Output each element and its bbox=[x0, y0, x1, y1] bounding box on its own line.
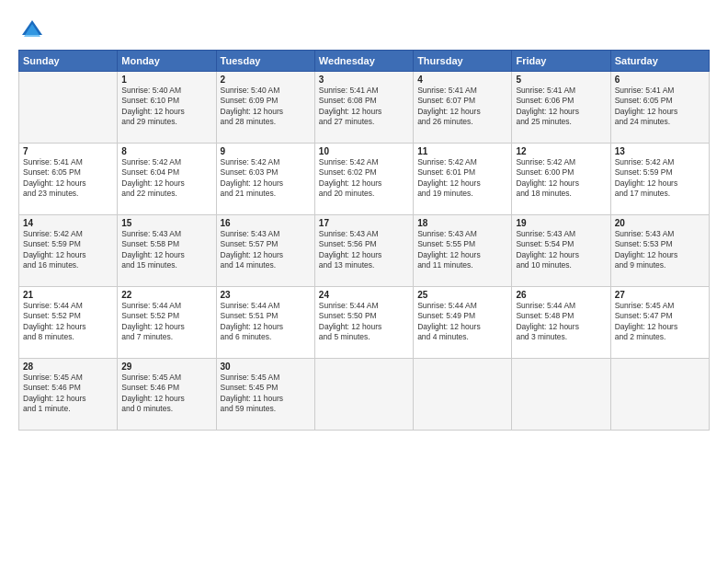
day-info: Sunrise: 5:42 AM Sunset: 5:59 PM Dayligh… bbox=[615, 157, 705, 200]
weekday-header-friday: Friday bbox=[512, 51, 610, 72]
calendar-cell: 14Sunrise: 5:42 AM Sunset: 5:59 PM Dayli… bbox=[19, 215, 118, 287]
calendar-cell bbox=[414, 359, 512, 431]
day-info: Sunrise: 5:44 AM Sunset: 5:52 PM Dayligh… bbox=[23, 301, 113, 343]
day-info: Sunrise: 5:43 AM Sunset: 5:55 PM Dayligh… bbox=[417, 229, 507, 271]
calendar-cell: 6Sunrise: 5:41 AM Sunset: 6:05 PM Daylig… bbox=[610, 72, 709, 144]
day-info: Sunrise: 5:41 AM Sunset: 6:06 PM Dayligh… bbox=[516, 86, 606, 128]
logo-icon bbox=[18, 17, 46, 44]
day-info: Sunrise: 5:44 AM Sunset: 5:48 PM Dayligh… bbox=[516, 301, 606, 343]
calendar-header: SundayMondayTuesdayWednesdayThursdayFrid… bbox=[19, 51, 710, 72]
day-info: Sunrise: 5:40 AM Sunset: 6:10 PM Dayligh… bbox=[121, 86, 211, 128]
day-number: 30 bbox=[221, 362, 311, 372]
day-number: 7 bbox=[23, 146, 113, 156]
calendar-cell: 15Sunrise: 5:43 AM Sunset: 5:58 PM Dayli… bbox=[118, 215, 216, 287]
calendar-cell: 8Sunrise: 5:42 AM Sunset: 6:04 PM Daylig… bbox=[118, 144, 216, 215]
day-number: 1 bbox=[121, 75, 211, 85]
week-row-1: 1Sunrise: 5:40 AM Sunset: 6:10 PM Daylig… bbox=[19, 72, 710, 144]
day-number: 19 bbox=[516, 218, 606, 228]
calendar-cell: 13Sunrise: 5:42 AM Sunset: 5:59 PM Dayli… bbox=[610, 144, 709, 215]
weekday-header-sunday: Sunday bbox=[19, 51, 118, 72]
day-info: Sunrise: 5:44 AM Sunset: 5:49 PM Dayligh… bbox=[417, 301, 507, 343]
calendar-cell: 29Sunrise: 5:45 AM Sunset: 5:46 PM Dayli… bbox=[118, 359, 216, 431]
day-info: Sunrise: 5:43 AM Sunset: 5:54 PM Dayligh… bbox=[516, 229, 606, 271]
calendar-cell: 20Sunrise: 5:43 AM Sunset: 5:53 PM Dayli… bbox=[610, 215, 709, 287]
day-number: 2 bbox=[221, 75, 311, 85]
page: SundayMondayTuesdayWednesdayThursdayFrid… bbox=[0, 0, 728, 563]
calendar-cell: 18Sunrise: 5:43 AM Sunset: 5:55 PM Dayli… bbox=[414, 215, 512, 287]
calendar-cell: 17Sunrise: 5:43 AM Sunset: 5:56 PM Dayli… bbox=[314, 215, 413, 287]
calendar-cell bbox=[19, 72, 118, 144]
calendar-cell: 4Sunrise: 5:41 AM Sunset: 6:07 PM Daylig… bbox=[414, 72, 512, 144]
day-number: 29 bbox=[121, 362, 211, 372]
week-row-3: 14Sunrise: 5:42 AM Sunset: 5:59 PM Dayli… bbox=[19, 215, 710, 287]
logo bbox=[18, 17, 50, 44]
day-number: 14 bbox=[23, 218, 113, 228]
calendar-cell: 3Sunrise: 5:41 AM Sunset: 6:08 PM Daylig… bbox=[314, 72, 413, 144]
calendar-cell: 16Sunrise: 5:43 AM Sunset: 5:57 PM Dayli… bbox=[216, 215, 314, 287]
day-info: Sunrise: 5:45 AM Sunset: 5:45 PM Dayligh… bbox=[221, 373, 311, 415]
day-info: Sunrise: 5:44 AM Sunset: 5:52 PM Dayligh… bbox=[121, 301, 211, 343]
day-number: 18 bbox=[417, 218, 507, 228]
weekday-header-thursday: Thursday bbox=[414, 51, 512, 72]
day-info: Sunrise: 5:42 AM Sunset: 6:03 PM Dayligh… bbox=[221, 157, 311, 200]
calendar-cell: 1Sunrise: 5:40 AM Sunset: 6:10 PM Daylig… bbox=[118, 72, 216, 144]
calendar-cell: 11Sunrise: 5:42 AM Sunset: 6:01 PM Dayli… bbox=[414, 144, 512, 215]
day-number: 12 bbox=[516, 146, 606, 156]
day-number: 6 bbox=[615, 75, 705, 85]
day-info: Sunrise: 5:43 AM Sunset: 5:57 PM Dayligh… bbox=[221, 229, 311, 271]
calendar-cell bbox=[314, 359, 413, 431]
day-info: Sunrise: 5:45 AM Sunset: 5:46 PM Dayligh… bbox=[23, 373, 113, 415]
day-info: Sunrise: 5:40 AM Sunset: 6:09 PM Dayligh… bbox=[221, 86, 311, 128]
day-number: 4 bbox=[417, 75, 507, 85]
day-info: Sunrise: 5:44 AM Sunset: 5:50 PM Dayligh… bbox=[319, 301, 409, 343]
day-info: Sunrise: 5:45 AM Sunset: 5:47 PM Dayligh… bbox=[615, 301, 705, 343]
calendar-cell: 25Sunrise: 5:44 AM Sunset: 5:49 PM Dayli… bbox=[414, 287, 512, 359]
day-number: 28 bbox=[23, 362, 113, 372]
day-info: Sunrise: 5:43 AM Sunset: 5:58 PM Dayligh… bbox=[121, 229, 211, 271]
calendar-body: 1Sunrise: 5:40 AM Sunset: 6:10 PM Daylig… bbox=[19, 72, 710, 431]
day-number: 5 bbox=[516, 75, 606, 85]
day-number: 21 bbox=[23, 290, 113, 300]
weekday-header-tuesday: Tuesday bbox=[216, 51, 314, 72]
day-info: Sunrise: 5:41 AM Sunset: 6:08 PM Dayligh… bbox=[319, 86, 409, 128]
day-number: 24 bbox=[319, 290, 409, 300]
day-info: Sunrise: 5:42 AM Sunset: 6:00 PM Dayligh… bbox=[516, 157, 606, 200]
day-number: 3 bbox=[319, 75, 409, 85]
day-number: 23 bbox=[221, 290, 311, 300]
calendar-cell: 9Sunrise: 5:42 AM Sunset: 6:03 PM Daylig… bbox=[216, 144, 314, 215]
calendar-cell: 21Sunrise: 5:44 AM Sunset: 5:52 PM Dayli… bbox=[19, 287, 118, 359]
weekday-header-saturday: Saturday bbox=[610, 51, 709, 72]
week-row-2: 7Sunrise: 5:41 AM Sunset: 6:05 PM Daylig… bbox=[19, 144, 710, 215]
day-info: Sunrise: 5:45 AM Sunset: 5:46 PM Dayligh… bbox=[121, 373, 211, 415]
calendar-cell: 7Sunrise: 5:41 AM Sunset: 6:05 PM Daylig… bbox=[19, 144, 118, 215]
week-row-4: 21Sunrise: 5:44 AM Sunset: 5:52 PM Dayli… bbox=[19, 287, 710, 359]
day-number: 15 bbox=[121, 218, 211, 228]
calendar-cell: 27Sunrise: 5:45 AM Sunset: 5:47 PM Dayli… bbox=[610, 287, 709, 359]
day-number: 26 bbox=[516, 290, 606, 300]
weekday-row: SundayMondayTuesdayWednesdayThursdayFrid… bbox=[19, 51, 710, 72]
day-info: Sunrise: 5:42 AM Sunset: 6:04 PM Dayligh… bbox=[121, 157, 211, 200]
calendar-cell: 22Sunrise: 5:44 AM Sunset: 5:52 PM Dayli… bbox=[118, 287, 216, 359]
calendar-cell: 26Sunrise: 5:44 AM Sunset: 5:48 PM Dayli… bbox=[512, 287, 610, 359]
day-info: Sunrise: 5:41 AM Sunset: 6:05 PM Dayligh… bbox=[615, 86, 705, 128]
day-number: 17 bbox=[319, 218, 409, 228]
calendar-cell: 30Sunrise: 5:45 AM Sunset: 5:45 PM Dayli… bbox=[216, 359, 314, 431]
calendar-cell bbox=[512, 359, 610, 431]
header bbox=[18, 17, 710, 44]
calendar-cell: 10Sunrise: 5:42 AM Sunset: 6:02 PM Dayli… bbox=[314, 144, 413, 215]
day-info: Sunrise: 5:41 AM Sunset: 6:05 PM Dayligh… bbox=[23, 157, 113, 200]
weekday-header-wednesday: Wednesday bbox=[314, 51, 413, 72]
day-number: 22 bbox=[121, 290, 211, 300]
day-number: 16 bbox=[221, 218, 311, 228]
day-info: Sunrise: 5:42 AM Sunset: 6:02 PM Dayligh… bbox=[319, 157, 409, 200]
weekday-header-monday: Monday bbox=[118, 51, 216, 72]
day-number: 25 bbox=[417, 290, 507, 300]
calendar-cell: 5Sunrise: 5:41 AM Sunset: 6:06 PM Daylig… bbox=[512, 72, 610, 144]
day-number: 27 bbox=[615, 290, 705, 300]
calendar-cell: 28Sunrise: 5:45 AM Sunset: 5:46 PM Dayli… bbox=[19, 359, 118, 431]
day-info: Sunrise: 5:43 AM Sunset: 5:56 PM Dayligh… bbox=[319, 229, 409, 271]
calendar-cell bbox=[610, 359, 709, 431]
day-info: Sunrise: 5:42 AM Sunset: 5:59 PM Dayligh… bbox=[23, 229, 113, 271]
calendar-cell: 24Sunrise: 5:44 AM Sunset: 5:50 PM Dayli… bbox=[314, 287, 413, 359]
calendar-cell: 23Sunrise: 5:44 AM Sunset: 5:51 PM Dayli… bbox=[216, 287, 314, 359]
